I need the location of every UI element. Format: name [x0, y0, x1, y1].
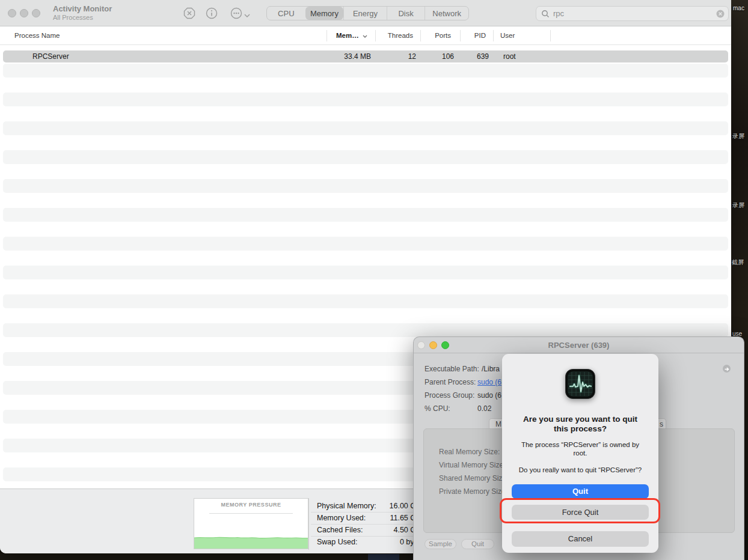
search-field[interactable]: [536, 6, 729, 21]
stop-process-icon[interactable]: [182, 6, 197, 20]
column-pid[interactable]: PID: [450, 26, 486, 45]
memory-stat-label: Private Memory Size: [439, 485, 506, 498]
chart-divider: [209, 513, 293, 514]
info-value: sudo (6: [477, 389, 501, 401]
info-value: /Libra: [482, 363, 500, 375]
clear-search-icon[interactable]: [716, 10, 725, 18]
empty-row-stripe: [3, 294, 728, 308]
stat-value: 4.50 G: [361, 524, 416, 536]
info-value: 0.02: [477, 403, 491, 415]
desktop-icon-label: mac: [733, 5, 744, 11]
info-label: % CPU:: [425, 403, 450, 415]
table-row-selected[interactable]: RPCServer 33.4 MB 12 106 639 root: [3, 50, 728, 62]
tab-disk[interactable]: Disk: [387, 7, 425, 20]
desktop-icon-label: 录屏: [732, 201, 744, 210]
parent-process-link[interactable]: sudo (6: [477, 376, 501, 388]
dialog-title: Are you sure you want to quit this proce…: [502, 415, 658, 434]
go-arrow-icon[interactable]: [723, 365, 731, 373]
zoom-button[interactable]: [32, 9, 40, 17]
inspect-process-icon[interactable]: [204, 6, 219, 20]
close-button[interactable]: [8, 9, 16, 17]
inspector-title: RPCServer (639): [414, 337, 744, 353]
inspector-titlebar: RPCServer (639): [414, 337, 744, 353]
ports-cell: 106: [418, 50, 454, 62]
empty-row-stripe: [3, 237, 728, 251]
footer-divider: [308, 498, 309, 550]
memory-stat-label: Real Memory Size:: [439, 446, 500, 458]
column-ports[interactable]: Ports: [415, 26, 451, 45]
dialog-message: The process “RPCServer” is owned by root…: [502, 440, 658, 457]
stat-label: Swap Used:: [317, 536, 357, 548]
window-subtitle: All Processes: [53, 14, 93, 21]
tab-cpu[interactable]: CPU: [267, 7, 305, 20]
empty-row-stripe: [3, 179, 728, 193]
info-label: Parent Process:: [425, 376, 476, 388]
screen: mac 录屏 录屏 截屏 use Activity Monitor All Pr…: [0, 0, 748, 560]
empty-row-stripe: [3, 150, 728, 164]
info-label: Executable Path:: [425, 363, 479, 375]
table-header: Process Name Mem… Threads Ports PID User: [0, 26, 731, 45]
stat-label: Memory Used:: [317, 512, 366, 524]
threads-cell: 12: [380, 50, 416, 62]
force-quit-highlight-annotation: [500, 498, 660, 523]
user-cell: root: [503, 50, 516, 62]
empty-row-stripe: [3, 266, 728, 279]
empty-row-stripe: [3, 208, 728, 222]
empty-row-stripe: [3, 93, 728, 106]
stat-value: 11.65 G: [361, 512, 416, 524]
column-divider: [550, 30, 551, 41]
column-threads[interactable]: Threads: [377, 26, 413, 45]
memory-pressure-chart: MEMORY PRESSURE: [194, 498, 308, 549]
dialog-question: Do you really want to quit “RPCServer”?: [502, 466, 658, 473]
column-divider: [375, 30, 376, 41]
tab-memory[interactable]: Memory: [305, 7, 344, 20]
memory-cell: 33.4 MB: [304, 50, 371, 62]
sample-button[interactable]: Sample: [425, 539, 456, 549]
column-process-name[interactable]: Process Name: [14, 26, 60, 45]
quit-button[interactable]: Quit: [512, 484, 649, 499]
info-label: Process Group:: [425, 389, 474, 401]
column-divider: [493, 30, 494, 41]
search-icon: [541, 10, 550, 18]
minimize-button[interactable]: [20, 9, 28, 17]
quit-button[interactable]: Quit: [461, 539, 494, 549]
memory-pressure-title: MEMORY PRESSURE: [194, 502, 308, 508]
window-title: Activity Monitor: [53, 4, 112, 13]
desktop-icon-label: 录屏: [732, 132, 744, 141]
column-memory[interactable]: Mem…: [336, 26, 359, 45]
desktop-icon-label: 截屏: [732, 258, 744, 267]
more-options-icon[interactable]: [229, 6, 244, 20]
memory-stat-label: Virtual Memory Size:: [439, 459, 505, 471]
view-tabs: CPU Memory Energy Disk Network: [266, 6, 469, 20]
cancel-button[interactable]: Cancel: [512, 531, 649, 547]
tab-network[interactable]: Network: [425, 7, 468, 20]
search-input[interactable]: [552, 7, 702, 20]
pressure-graph: [194, 535, 308, 549]
empty-row-stripe: [3, 323, 728, 337]
column-divider: [326, 30, 327, 41]
stat-label: Cached Files:: [317, 524, 363, 536]
sort-chevron-icon: [362, 34, 368, 38]
empty-row-stripe: [3, 121, 728, 135]
stat-value: 16.00 G: [361, 500, 416, 512]
process-name-cell: RPCServer: [32, 50, 69, 62]
memory-stat-label: Shared Memory Size: [439, 472, 506, 484]
desktop-dock-fragment: [368, 554, 399, 560]
column-user[interactable]: User: [500, 26, 515, 45]
activity-monitor-icon: [565, 369, 595, 399]
toolbar: Activity Monitor All Processes CPU Memor…: [0, 0, 731, 26]
tab-energy[interactable]: Energy: [343, 7, 387, 20]
empty-row-stripe: [3, 64, 728, 78]
chevron-down-icon[interactable]: [244, 10, 251, 16]
pid-cell: 639: [453, 50, 489, 62]
stat-value: 0 byt: [361, 536, 416, 548]
